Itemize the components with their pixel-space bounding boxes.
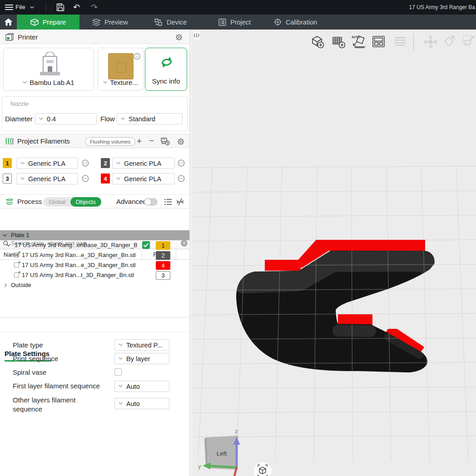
filament-badge[interactable]: 4: [156, 261, 170, 270]
filament-1-swatch[interactable]: 1: [3, 158, 12, 168]
nozzle-flow-select[interactable]: Standard: [117, 113, 183, 124]
tree-row-part[interactable]: 17 US Army 3rd Ran...e_3D_Ranger_Bn.stl …: [0, 260, 189, 270]
printer-settings-gear-icon[interactable]: [175, 34, 183, 41]
filament-4-more-icon[interactable]: [178, 175, 185, 182]
filament-4-number: 4: [104, 175, 107, 182]
home-icon[interactable]: [4, 18, 13, 26]
tree-row-part[interactable]: 17 US Army 3rd Ran...t_3D_Ranger_Bn.stl …: [0, 270, 189, 280]
viewport-3d[interactable]: AUTO: [193, 30, 476, 476]
tab-device[interactable]: Device: [154, 15, 187, 30]
file-menu[interactable]: File: [15, 4, 25, 10]
tab-calibration[interactable]: Calibration: [274, 15, 317, 30]
chevron-right-icon[interactable]: [5, 283, 8, 288]
tab-prepare[interactable]: Prepare: [17, 15, 79, 30]
sync-info-button[interactable]: Sync info: [145, 48, 187, 91]
process-compare-icon[interactable]: [176, 198, 184, 206]
flushing-volumes-button[interactable]: Flushing volumes: [85, 137, 135, 146]
add-filament-icon[interactable]: +: [137, 137, 142, 145]
hamburger-menu-icon[interactable]: [5, 4, 13, 10]
filament-3-select[interactable]: Generic PLA: [16, 173, 78, 184]
filament-4-swatch[interactable]: 4: [101, 174, 110, 183]
plate-info-icon[interactable]: [134, 53, 141, 60]
printer-name-chevron-icon: [23, 81, 27, 84]
printer-card[interactable]: Bambu Lab A1: [3, 48, 94, 91]
tab-device-label: Device: [167, 19, 187, 26]
filament-badge[interactable]: 3: [156, 271, 170, 280]
plate-name-row[interactable]: Texture...: [98, 79, 143, 86]
tree-row-outside[interactable]: Outside: [0, 280, 189, 290]
filament-badge[interactable]: 2: [156, 251, 170, 260]
y-axis-label: y: [198, 463, 201, 470]
tree-label: 17 US Army 3rd Ran...e_3D_Ranger_Bn.stl: [22, 262, 136, 268]
device-icon: [154, 19, 163, 26]
preview-layers-icon: [92, 19, 100, 26]
filament-2-swatch[interactable]: 2: [101, 158, 110, 168]
print-sequence-select[interactable]: By layer: [114, 353, 169, 364]
chevron-down-icon[interactable]: [6, 244, 11, 247]
scope-objects[interactable]: Objects: [70, 197, 101, 207]
tree-row-plate[interactable]: Plate 1: [0, 230, 189, 240]
filament-settings-gear-icon[interactable]: [177, 138, 184, 145]
redo-icon[interactable]: ↷: [91, 1, 98, 13]
build-plate-card[interactable]: Texture...: [98, 48, 144, 91]
filament-badge-number: 2: [161, 252, 164, 259]
spiral-vase-label: Spiral vase: [13, 368, 46, 376]
print-sequence-value: By layer: [126, 355, 150, 362]
main-tabbar: Prepare Preview Device Project: [0, 15, 476, 30]
printer-section-title: Printer: [18, 33, 38, 41]
nozzle-flow-label: Flow: [100, 115, 115, 123]
plate-type-value: Textured P...: [126, 342, 163, 349]
advanced-toggle[interactable]: [144, 198, 158, 206]
undo-icon[interactable]: ↶: [73, 1, 80, 13]
tree-label: 17 US Army 3rd Ran...t_3D_Ranger_Bn.stl: [22, 272, 134, 278]
filament-badge[interactable]: 1: [156, 241, 170, 250]
save-icon[interactable]: [56, 3, 64, 11]
process-list-icon[interactable]: [164, 198, 172, 205]
filament-1-select[interactable]: Generic PLA: [16, 158, 78, 169]
filament-1-more-icon[interactable]: [82, 159, 89, 167]
tree-row-object[interactable]: 17 US Army 3rd Rang...onBase_3D_Ranger_B…: [0, 240, 189, 250]
spiral-vase-checkbox[interactable]: [114, 368, 122, 376]
ams-sync-icon[interactable]: [161, 138, 170, 145]
filament-2-select[interactable]: Generic PLA: [112, 158, 175, 169]
filament-3-more-icon[interactable]: [82, 175, 89, 182]
tab-prepare-label: Prepare: [43, 19, 66, 26]
file-menu-chevron-icon[interactable]: [30, 6, 35, 9]
filament-4-select[interactable]: Generic PLA: [112, 173, 175, 184]
filament-2-name: Generic PLA: [124, 160, 161, 167]
filament-2-more-icon[interactable]: [178, 159, 185, 167]
other-layers-sequence-label: Other layers filament sequence: [13, 396, 94, 413]
filament-3-number: 3: [5, 175, 9, 182]
chevron-down-icon[interactable]: [3, 234, 7, 237]
gizmo-face-label: Left: [217, 450, 227, 457]
first-layer-sequence-label: First layer filament sequence: [13, 382, 100, 390]
filament-3-name: Generic PLA: [28, 175, 65, 183]
chevron-down-icon: [121, 117, 125, 120]
other-layers-sequence-select[interactable]: Auto: [114, 398, 169, 409]
nozzle-flow-value: Standard: [129, 115, 155, 123]
scope-global[interactable]: Global: [43, 198, 70, 205]
filament-badge-number: 1: [161, 242, 164, 249]
printable-checkbox[interactable]: [142, 241, 150, 249]
scene-canvas[interactable]: Left z y: [193, 30, 476, 476]
filaments-section-header: Project Filaments Flushing volumes + −: [0, 134, 189, 148]
calibration-icon: [274, 18, 282, 26]
section-divider: [0, 317, 189, 317]
plate-type-select[interactable]: Textured P...: [114, 339, 169, 351]
nozzle-diameter-select[interactable]: 0.4: [35, 113, 97, 124]
panel-scrollbar-gutter[interactable]: [189, 30, 193, 476]
titlebar-divider: [46, 3, 46, 11]
filaments-section-icon: [5, 138, 14, 145]
first-layer-sequence-select[interactable]: Auto: [114, 381, 169, 392]
orientation-gizmo[interactable]: Left z y: [198, 428, 240, 476]
filament-3-swatch[interactable]: 3: [3, 174, 12, 183]
view-cube-button[interactable]: [253, 461, 272, 476]
printer-name-row[interactable]: Bambu Lab A1: [4, 79, 94, 86]
part-icon: [14, 253, 19, 258]
model-object[interactable]: [193, 165, 476, 461]
printer-name: Bambu Lab A1: [30, 79, 74, 86]
remove-filament-icon[interactable]: −: [149, 136, 154, 145]
tree-row-part[interactable]: 17 US Army 3rd Ran...e_3D_Ranger_Bn.stl …: [0, 250, 189, 260]
tab-preview[interactable]: Preview: [92, 15, 128, 30]
tab-project[interactable]: Project: [218, 15, 251, 30]
